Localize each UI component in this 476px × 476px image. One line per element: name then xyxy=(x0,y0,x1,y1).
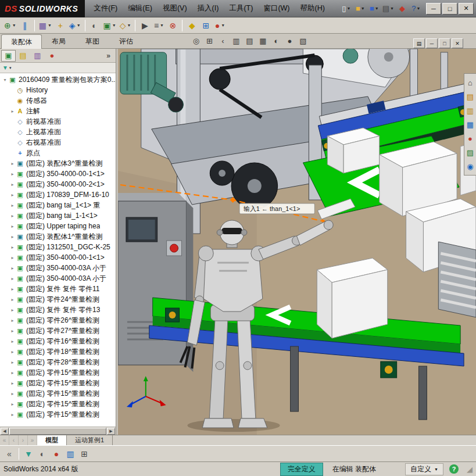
maximize-button[interactable]: □ xyxy=(442,3,457,15)
tree-item[interactable]: ▸▣(固定) 零件27^重量检测 xyxy=(0,325,116,336)
tree-item[interactable]: ▸▣(固定) 装配体1^重量检测 xyxy=(0,231,116,242)
tree-item[interactable]: ▸▣(固定) bang tai_1<1> 重 xyxy=(0,200,116,210)
interference-detection-button[interactable]: ⊞ xyxy=(199,19,213,32)
tree-item[interactable]: ▸▣(固定) Upper taping hea xyxy=(0,221,116,231)
tab-layout[interactable]: 布局 xyxy=(42,34,76,48)
design-library-icon[interactable]: ▤ xyxy=(465,90,476,103)
tree-item[interactable]: ▸▣(固定) 零件15^重量检测 xyxy=(0,399,116,409)
tree-item[interactable]: ◇上视基准面 xyxy=(0,127,116,137)
zoom-fit-icon[interactable]: ◎ xyxy=(189,35,203,47)
configurationmanager-tab[interactable]: ▥ xyxy=(30,50,45,62)
solidworks-forum-icon[interactable]: ◉ xyxy=(465,159,476,173)
menu-view[interactable]: 视图(V) xyxy=(158,0,192,17)
viewport[interactable]: 输入1 ← than_1<1> ⌂▤▥▦●▨◉ xyxy=(118,49,476,435)
tree-item[interactable]: ▸▣(固定) 170839_DFM-16-10 xyxy=(0,189,116,200)
tab-evaluate[interactable]: 评估 xyxy=(109,34,143,48)
grid-icon[interactable]: ⊞ xyxy=(77,448,91,460)
doc-minimize-button[interactable]: ─ xyxy=(426,38,438,48)
doc-restore-button[interactable]: □ xyxy=(439,38,450,48)
tree-item[interactable]: ▸▣(固定) 零件26^重量检测 xyxy=(0,315,116,325)
filter-toggle-icon[interactable]: ▼ xyxy=(22,448,35,460)
next-tab-button[interactable]: › xyxy=(19,435,28,445)
tree-item[interactable]: ▸▣(固定) 350-4000-03A 小于 xyxy=(0,273,116,284)
exploded-view-button[interactable]: ⊗ xyxy=(166,19,180,32)
last-tab-button[interactable]: » xyxy=(28,435,37,445)
file-explorer-icon[interactable]: ▥ xyxy=(465,103,476,117)
tree-item[interactable]: ▸▣(固定) bang tai_1-1<1> xyxy=(0,210,116,221)
tree-item[interactable]: ▸▣(固定) 350-4000-00-1<1> xyxy=(0,252,116,263)
solidworks-cube-icon[interactable]: ◆ xyxy=(395,3,409,15)
tree-item[interactable]: ▸▣(固定) 350-4000-03A 小于 xyxy=(0,263,116,273)
smart-fasteners-button[interactable]: + xyxy=(53,19,67,32)
apply-scene-icon[interactable]: ▧ xyxy=(296,35,310,47)
tab-model[interactable]: 模型 xyxy=(37,435,67,445)
featuremanager-tab[interactable]: ▣ xyxy=(1,50,16,62)
close-button[interactable]: ✕ xyxy=(459,3,474,15)
tree-item[interactable]: ▸▣(固定) 零件24^重量检测 xyxy=(0,294,116,305)
tree-item[interactable]: ▸▣(固定) 零件15^重量检测 xyxy=(0,367,116,378)
print-icon[interactable]: ▤▼ xyxy=(381,3,395,15)
insert-components-button[interactable]: ⊕▼ xyxy=(2,19,18,32)
doc-close-button[interactable]: ✕ xyxy=(452,38,463,48)
view-orientation-icon[interactable]: ▤ xyxy=(243,35,256,47)
appearances-scenes-icon[interactable]: ● xyxy=(465,131,476,145)
display-style-icon[interactable]: ▦ xyxy=(256,35,270,47)
doc-menu-icon[interactable]: ▤ xyxy=(413,38,425,48)
tree-item[interactable]: ◇前视基准面 xyxy=(0,116,116,127)
tree-item[interactable]: ▸▣(固定) 零件18^重量检测 xyxy=(0,346,116,357)
minimize-button[interactable]: ─ xyxy=(426,3,441,15)
tree-item[interactable]: +原点 xyxy=(0,148,116,158)
tree-item[interactable]: ▸▣(固定) 零件28^重量检测 xyxy=(0,357,116,367)
displaymanager-tab[interactable]: ● xyxy=(45,50,59,62)
bill-of-materials-button[interactable]: ≡▼ xyxy=(152,19,166,32)
tree-item[interactable]: ▸▣(固定) 复件 复件 零件11 xyxy=(0,284,116,294)
custom-properties-icon[interactable]: ▨ xyxy=(465,145,476,159)
tree-item[interactable]: ▸A注解 xyxy=(0,106,116,116)
show-hidden-components-button[interactable]: ◐ xyxy=(88,19,102,32)
tree-item[interactable]: ▸▣(固定) 复件 复件 零件13 xyxy=(0,305,116,315)
assembly-features-button[interactable]: ▣▼ xyxy=(102,19,118,32)
collapse-button[interactable]: « xyxy=(2,448,16,460)
open-document-icon[interactable]: ■▼ xyxy=(353,3,367,15)
edit-appearance-icon[interactable]: ● xyxy=(283,35,296,47)
edit-appearance-button[interactable]: ●▼ xyxy=(213,19,227,32)
panel-overflow-button[interactable]: » xyxy=(102,52,114,60)
reference-geometry-button[interactable]: ◇▼ xyxy=(118,19,133,32)
menu-insert[interactable]: 插入(I) xyxy=(192,0,224,17)
zoom-area-icon[interactable]: ⊞ xyxy=(203,35,216,47)
tab-assembly[interactable]: 装配体 xyxy=(1,34,42,49)
new-document-icon[interactable]: ▯▼ xyxy=(339,3,353,15)
scroll-right-button[interactable]: ▶ xyxy=(107,428,115,435)
tab-sketch[interactable]: 草图 xyxy=(76,34,109,48)
new-motion-study-button[interactable]: ▶ xyxy=(138,19,152,32)
menu-edit[interactable]: 编辑(E) xyxy=(123,0,158,17)
menu-tools[interactable]: 工具(T) xyxy=(224,0,258,17)
menu-help[interactable]: 帮助(H) xyxy=(295,0,330,17)
propertymanager-tab[interactable]: ▤ xyxy=(16,50,30,62)
section-icon[interactable]: ▥ xyxy=(63,448,77,460)
tree-item[interactable]: ◷History xyxy=(0,85,116,95)
help-icon[interactable]: ?▼ xyxy=(409,3,423,15)
status-help-icon[interactable]: ? xyxy=(449,464,459,474)
view-palette-icon[interactable]: ▦ xyxy=(465,117,476,131)
save-icon[interactable]: ■▼ xyxy=(367,3,381,15)
hide-show-items-icon[interactable]: ◐ xyxy=(270,35,283,47)
tree-item[interactable]: ▸▣(固定) 零件16^重量检测 xyxy=(0,336,116,346)
hide-types-icon[interactable]: ◐ xyxy=(35,448,49,460)
tree-item[interactable]: ▾▣20160409 重量检测包装方案0... xyxy=(0,74,116,85)
prev-tab-button[interactable]: ‹ xyxy=(9,435,19,445)
section-view-icon[interactable]: ▥ xyxy=(230,35,243,47)
menu-file[interactable]: 文件(F) xyxy=(88,0,123,17)
instant3d-button[interactable]: ◆ xyxy=(185,19,199,32)
scroll-left-button[interactable]: ◀ xyxy=(1,428,9,435)
edit-color-icon[interactable]: ● xyxy=(49,448,63,460)
tree-item[interactable]: ▸▣(固定) 零件15^重量检测 xyxy=(0,388,116,399)
custom-dropdown[interactable]: 自定义 ▼ xyxy=(405,463,443,475)
tree-item[interactable]: ▸▣(固定) 1312501_DGC-K-25 xyxy=(0,242,116,252)
tree-item[interactable]: ◉传感器 xyxy=(0,95,116,106)
tree-item[interactable]: ▸▣(固定) 350-4000-00-2<1> xyxy=(0,179,116,189)
scroll-thumb[interactable] xyxy=(9,428,106,435)
previous-view-icon[interactable]: ‹ xyxy=(216,35,230,47)
tree-item[interactable]: ◇右视基准面 xyxy=(0,137,116,148)
mate-button[interactable]: ∥ xyxy=(18,19,32,32)
